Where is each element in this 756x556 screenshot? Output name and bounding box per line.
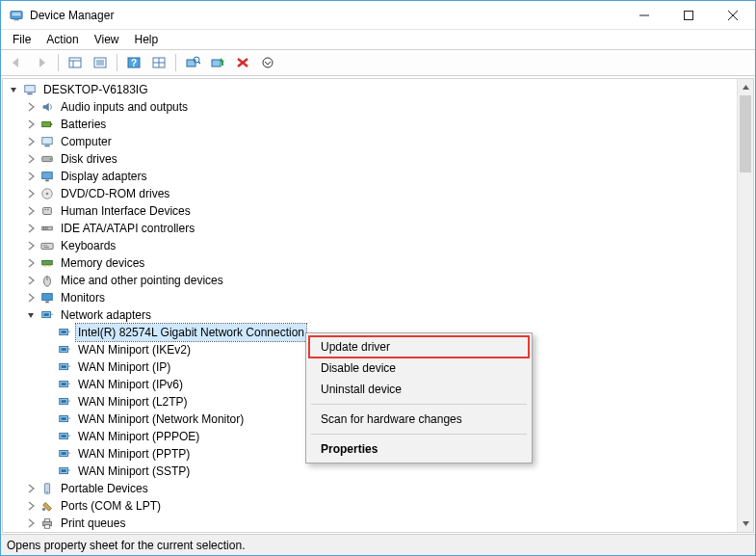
- menu-view[interactable]: View: [89, 31, 125, 48]
- scroll-up-button[interactable]: [738, 79, 753, 95]
- svg-rect-61: [45, 302, 49, 304]
- chevron-right-icon[interactable]: [24, 516, 38, 530]
- svg-rect-41: [44, 209, 46, 210]
- chevron-right-icon[interactable]: [24, 100, 38, 114]
- ports-icon: [39, 498, 55, 514]
- ctx-disable-device[interactable]: Disable device: [309, 357, 529, 379]
- svg-rect-3: [13, 14, 21, 15]
- memory-icon: [39, 255, 55, 271]
- tree-category[interactable]: Ports (COM & LPT): [20, 497, 753, 515]
- forward-button[interactable]: [30, 52, 53, 73]
- tree-category[interactable]: Human Interface Devices: [20, 202, 753, 220]
- show-hidden-button[interactable]: [64, 52, 87, 73]
- menu-action[interactable]: Action: [40, 31, 84, 48]
- view-menu-button[interactable]: [256, 52, 279, 73]
- svg-rect-2: [13, 13, 21, 13]
- tree-category[interactable]: Audio inputs and outputs: [20, 98, 753, 116]
- chevron-right-icon[interactable]: [24, 291, 38, 304]
- tree-category[interactable]: Portable Devices: [20, 480, 753, 497]
- tree-category-label: Print queues: [59, 515, 127, 532]
- menu-help[interactable]: Help: [129, 31, 165, 48]
- chevron-down-icon[interactable]: [7, 83, 20, 96]
- chevron-right-icon[interactable]: [24, 222, 38, 235]
- tree-root[interactable]: DESKTOP-V6183IG: [3, 81, 753, 98]
- portable-icon: [39, 481, 55, 496]
- tree-category[interactable]: Display adapters: [20, 168, 753, 185]
- chevron-down-icon[interactable]: [24, 308, 38, 322]
- tree-category[interactable]: Computer: [20, 133, 753, 150]
- chevron-right-icon[interactable]: [24, 118, 38, 131]
- ctx-scan-hardware[interactable]: Scan for hardware changes: [309, 409, 529, 430]
- tree-category-label: Mice and other pointing devices: [59, 272, 225, 289]
- chevron-right-icon[interactable]: [24, 499, 38, 513]
- tree-device-label: WAN Miniport (SSTP): [76, 463, 192, 480]
- chevron-right-icon[interactable]: [24, 187, 38, 200]
- device-tree[interactable]: DESKTOP-V6183IG Audio inputs and outputs…: [3, 79, 753, 533]
- tree-device-label: WAN Miniport (PPTP): [76, 445, 192, 463]
- svg-rect-23: [212, 60, 221, 66]
- grid-view-button[interactable]: [147, 52, 170, 73]
- app-icon: [9, 8, 24, 23]
- ctx-properties[interactable]: Properties: [309, 438, 529, 460]
- maximize-button[interactable]: [666, 1, 711, 29]
- back-button[interactable]: [5, 52, 28, 73]
- tree-category[interactable]: Memory devices: [20, 254, 753, 272]
- tree-device[interactable]: WAN Miniport (SSTP): [38, 463, 753, 480]
- uninstall-button[interactable]: [231, 52, 254, 73]
- tree-category[interactable]: Monitors: [20, 289, 753, 306]
- tree-category-label: Portable Devices: [59, 480, 150, 497]
- svg-rect-40: [43, 208, 52, 215]
- scroll-down-button[interactable]: [738, 516, 753, 532]
- chevron-right-icon[interactable]: [24, 135, 38, 148]
- tree-category[interactable]: IDE ATA/ATAPI controllers: [20, 220, 753, 237]
- network-adapter-icon: [57, 325, 72, 340]
- disk-icon: [39, 151, 55, 167]
- svg-rect-33: [44, 146, 49, 147]
- keyboard-icon: [39, 238, 55, 253]
- chevron-right-icon[interactable]: [24, 256, 38, 270]
- chevron-right-icon[interactable]: [24, 152, 38, 166]
- tree-category-label: Network adapters: [59, 306, 153, 324]
- close-button[interactable]: [711, 1, 755, 29]
- tree-category[interactable]: Batteries: [20, 116, 753, 133]
- tree-category[interactable]: Disk drives: [20, 150, 753, 168]
- menu-file[interactable]: File: [7, 31, 37, 48]
- tree-category-label: Human Interface Devices: [59, 202, 193, 220]
- tree-category[interactable]: Print queues: [20, 515, 753, 532]
- tree-category[interactable]: Mice and other pointing devices: [20, 272, 753, 289]
- svg-rect-57: [50, 265, 51, 267]
- tree-category[interactable]: Network adapters: [20, 306, 753, 324]
- chevron-right-icon[interactable]: [24, 204, 38, 218]
- tree-category[interactable]: DVD/CD-ROM drives: [20, 185, 753, 202]
- network-adapter-icon: [57, 377, 72, 392]
- properties-button[interactable]: [89, 52, 112, 73]
- help-button[interactable]: ?: [122, 52, 145, 73]
- svg-rect-36: [42, 172, 53, 179]
- svg-rect-28: [25, 86, 36, 93]
- ctx-uninstall-device[interactable]: Uninstall device: [309, 379, 529, 400]
- ide-icon: [39, 221, 55, 236]
- device-manager-window: Device Manager File Action View Help: [0, 0, 756, 556]
- chevron-right-icon[interactable]: [24, 170, 38, 183]
- ctx-update-driver[interactable]: Update driver: [309, 336, 529, 357]
- chevron-right-icon[interactable]: [24, 274, 38, 287]
- svg-rect-49: [44, 245, 45, 246]
- content-area: DESKTOP-V6183IG Audio inputs and outputs…: [1, 76, 755, 534]
- tree-category-label: DVD/CD-ROM drives: [59, 185, 171, 202]
- network-adapter-icon: [57, 446, 72, 462]
- tree-device-label: WAN Miniport (PPPOE): [76, 428, 201, 445]
- vertical-scrollbar[interactable]: [737, 79, 753, 532]
- scroll-track[interactable]: [738, 95, 753, 516]
- chevron-right-icon[interactable]: [24, 482, 38, 495]
- tree-category[interactable]: Keyboards: [20, 237, 753, 254]
- scroll-thumb[interactable]: [740, 95, 751, 172]
- svg-rect-24: [222, 62, 223, 66]
- window-controls: [622, 1, 755, 29]
- tree-root-label: DESKTOP-V6183IG: [41, 81, 150, 98]
- scan-hardware-button[interactable]: [181, 52, 204, 73]
- update-driver-button[interactable]: [206, 52, 229, 73]
- chevron-right-icon[interactable]: [24, 239, 38, 252]
- ctx-separator: [311, 434, 527, 435]
- tree-category-label: IDE ATA/ATAPI controllers: [59, 220, 196, 237]
- minimize-button[interactable]: [622, 1, 666, 29]
